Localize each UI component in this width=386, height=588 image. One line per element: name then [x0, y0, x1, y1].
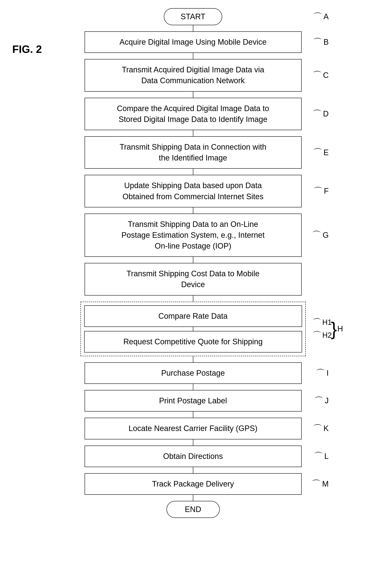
label-l: ⌒ L [314, 452, 329, 461]
step-e-row: Transmit Shipping Data in Connection wit… [0, 136, 386, 169]
conn-e-f [193, 169, 193, 175]
label-e: ⌒ E [313, 148, 329, 157]
step-c: Transmit Acquired Digitial Image Data vi… [85, 59, 302, 91]
step-j-row: Print Postage Label ⌒ J [0, 390, 386, 412]
h-dashed-group: Compare Rate Data Request Competitive Qu… [80, 302, 306, 356]
step-h1: Compare Rate Data [84, 305, 302, 327]
step-b-row: Acquire Digital Image Using Mobile Devic… [0, 31, 386, 53]
step-g: Transmit Shipping Data to an On-Line Pos… [85, 213, 302, 257]
conn-d-e [193, 130, 193, 136]
step-k-row: Locate Nearest Carrier Facility (GPS) ⌒ … [0, 418, 386, 439]
step-i: Purchase Postage [85, 362, 302, 384]
label-d: ⌒ D [312, 109, 329, 119]
step-e: Transmit Shipping Data in Connection wit… [85, 136, 302, 169]
label-m: ⌒ M [311, 479, 329, 489]
label-i: ⌒ I [316, 369, 329, 378]
h2-label-row: ⌒ H2 [312, 329, 332, 341]
conn-i-j [193, 384, 193, 390]
step-m-row: Track Package Delivery ⌒ M [0, 473, 386, 495]
step-l: Obtain Directions [85, 445, 302, 467]
conn-l-m [193, 467, 193, 473]
step-hcost: Transmit Shipping Cost Data to Mobile De… [85, 263, 302, 295]
step-hcost-row: Transmit Shipping Cost Data to Mobile De… [0, 263, 386, 295]
step-l-row: Obtain Directions ⌒ L [0, 445, 386, 467]
step-d-row: Compare the Acquired Digital Image Data … [0, 98, 386, 130]
start-row: START ⌒ A [0, 8, 386, 25]
label-j: ⌒ J [314, 396, 329, 406]
end-node: END [167, 501, 220, 518]
step-f-row: Update Shipping Data based upon Data Obt… [0, 175, 386, 207]
h1-label-row: ⌒ H1 [312, 316, 332, 329]
conn-j-k [193, 412, 193, 418]
step-f: Update Shipping Data based upon Data Obt… [85, 175, 302, 207]
start-node: START [164, 8, 222, 25]
conn-k-l [193, 440, 193, 445]
step-m: Track Package Delivery [85, 473, 302, 495]
conn-start-b [193, 25, 193, 31]
h-outer-label: } H [331, 320, 343, 338]
label-b: ⌒ B [313, 38, 329, 47]
step-h2: Request Competitive Quote for Shipping [84, 331, 302, 353]
conn-c-d [193, 92, 193, 98]
conn-h1-h2 [193, 327, 193, 331]
label-a: ⌒ A [313, 12, 329, 21]
step-k: Locate Nearest Carrier Facility (GPS) [85, 418, 302, 439]
page: FIG. 2 START ⌒ A Acquire Digital Image U… [0, 0, 386, 588]
flowchart: START ⌒ A Acquire Digital Image Using Mo… [0, 8, 386, 518]
step-g-row: Transmit Shipping Data to an On-Line Pos… [0, 213, 386, 257]
step-c-row: Transmit Acquired Digitial Image Data vi… [0, 59, 386, 91]
conn-h-i [193, 356, 193, 362]
label-c: ⌒ C [312, 70, 329, 80]
conn-g-hcost [193, 257, 193, 263]
label-k: ⌒ K [313, 424, 329, 433]
h-sublabels: ⌒ H1 ⌒ H2 [312, 316, 332, 341]
conn-f-g [193, 208, 193, 213]
step-d: Compare the Acquired Digital Image Data … [85, 98, 302, 130]
h-group-wrapper: Compare Rate Data Request Competitive Qu… [0, 302, 386, 356]
end-row: END [0, 501, 386, 518]
label-f: ⌒ F [313, 187, 329, 196]
conn-b-c [193, 53, 193, 59]
step-j: Print Postage Label [85, 390, 302, 412]
label-g: ⌒ G [312, 230, 329, 240]
conn-hcost-h [193, 295, 193, 302]
step-b: Acquire Digital Image Using Mobile Devic… [85, 31, 302, 53]
step-i-row: Purchase Postage ⌒ I [0, 362, 386, 384]
conn-m-end [193, 495, 193, 501]
